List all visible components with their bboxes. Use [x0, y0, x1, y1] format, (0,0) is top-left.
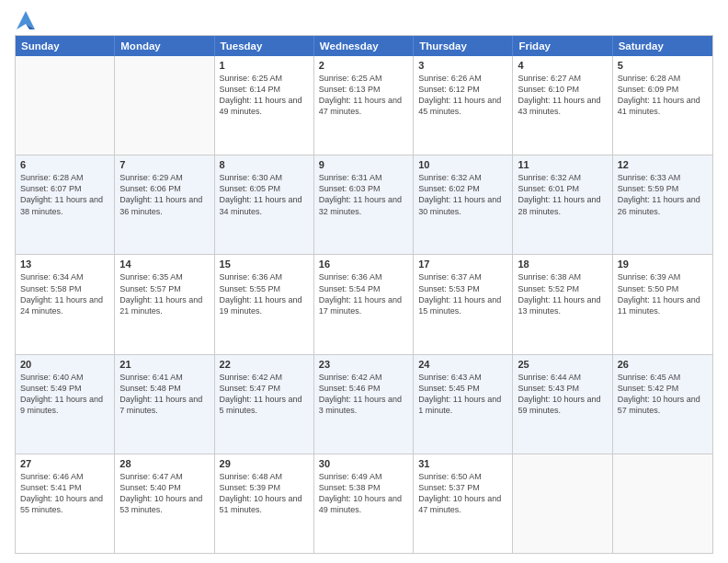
- day-info: Sunrise: 6:36 AM Sunset: 5:54 PM Dayligh…: [319, 271, 408, 316]
- calendar-cell-1-7: 5Sunrise: 6:28 AM Sunset: 6:09 PM Daylig…: [613, 56, 712, 155]
- day-number: 16: [319, 259, 408, 270]
- day-number: 27: [20, 458, 109, 469]
- calendar-cell-5-3: 29Sunrise: 6:48 AM Sunset: 5:39 PM Dayli…: [215, 454, 314, 553]
- day-number: 10: [418, 159, 507, 170]
- calendar-cell-4-2: 21Sunrise: 6:41 AM Sunset: 5:48 PM Dayli…: [115, 355, 214, 454]
- day-number: 5: [618, 60, 708, 71]
- calendar-cell-2-7: 12Sunrise: 6:33 AM Sunset: 5:59 PM Dayli…: [613, 155, 712, 254]
- calendar-cell-1-5: 3Sunrise: 6:26 AM Sunset: 6:12 PM Daylig…: [414, 56, 513, 155]
- calendar-row-4: 20Sunrise: 6:40 AM Sunset: 5:49 PM Dayli…: [16, 354, 712, 454]
- day-number: 7: [119, 159, 209, 170]
- calendar-cell-2-3: 8Sunrise: 6:30 AM Sunset: 6:05 PM Daylig…: [215, 155, 314, 254]
- day-number: 25: [518, 359, 607, 370]
- day-info: Sunrise: 6:32 AM Sunset: 6:02 PM Dayligh…: [418, 172, 507, 217]
- day-number: 18: [518, 259, 607, 270]
- day-number: 6: [20, 159, 109, 170]
- day-number: 23: [319, 359, 408, 370]
- day-number: 13: [20, 259, 109, 270]
- day-number: 20: [20, 359, 109, 370]
- calendar-cell-1-1: [16, 56, 115, 155]
- day-info: Sunrise: 6:42 AM Sunset: 5:47 PM Dayligh…: [220, 372, 309, 417]
- day-info: Sunrise: 6:42 AM Sunset: 5:46 PM Dayligh…: [319, 372, 408, 417]
- calendar-cell-1-6: 4Sunrise: 6:27 AM Sunset: 6:10 PM Daylig…: [513, 56, 612, 155]
- day-number: 4: [518, 60, 607, 71]
- day-number: 11: [518, 159, 607, 170]
- day-info: Sunrise: 6:31 AM Sunset: 6:03 PM Dayligh…: [319, 172, 408, 217]
- day-number: 12: [618, 159, 708, 170]
- calendar-cell-3-5: 17Sunrise: 6:37 AM Sunset: 5:53 PM Dayli…: [414, 255, 513, 353]
- calendar-cell-3-4: 16Sunrise: 6:36 AM Sunset: 5:54 PM Dayli…: [314, 255, 414, 353]
- calendar-cell-4-6: 25Sunrise: 6:44 AM Sunset: 5:43 PM Dayli…: [513, 355, 612, 454]
- day-number: 2: [319, 60, 408, 71]
- calendar-cell-2-1: 6Sunrise: 6:28 AM Sunset: 6:07 PM Daylig…: [16, 155, 115, 254]
- day-info: Sunrise: 6:43 AM Sunset: 5:45 PM Dayligh…: [418, 372, 507, 417]
- calendar-cell-4-4: 23Sunrise: 6:42 AM Sunset: 5:46 PM Dayli…: [314, 355, 414, 454]
- header-day-wednesday: Wednesday: [314, 36, 414, 56]
- day-info: Sunrise: 6:37 AM Sunset: 5:53 PM Dayligh…: [418, 271, 507, 316]
- day-number: 14: [119, 259, 209, 270]
- svg-marker-0: [17, 11, 35, 29]
- day-number: 21: [119, 359, 209, 370]
- day-number: 31: [418, 458, 507, 469]
- calendar-cell-5-5: 31Sunrise: 6:50 AM Sunset: 5:37 PM Dayli…: [414, 454, 513, 553]
- calendar-cell-3-3: 15Sunrise: 6:36 AM Sunset: 5:55 PM Dayli…: [215, 255, 314, 353]
- day-number: 29: [220, 458, 309, 469]
- calendar-cell-2-5: 10Sunrise: 6:32 AM Sunset: 6:02 PM Dayli…: [414, 155, 513, 254]
- day-number: 3: [418, 60, 507, 71]
- calendar-cell-2-2: 7Sunrise: 6:29 AM Sunset: 6:06 PM Daylig…: [115, 155, 214, 254]
- calendar-cell-3-1: 13Sunrise: 6:34 AM Sunset: 5:58 PM Dayli…: [16, 255, 115, 353]
- day-info: Sunrise: 6:39 AM Sunset: 5:50 PM Dayligh…: [618, 271, 708, 316]
- calendar-row-5: 27Sunrise: 6:46 AM Sunset: 5:41 PM Dayli…: [16, 454, 712, 553]
- day-number: 24: [418, 359, 507, 370]
- day-info: Sunrise: 6:28 AM Sunset: 6:07 PM Dayligh…: [20, 172, 109, 217]
- day-info: Sunrise: 6:25 AM Sunset: 6:14 PM Dayligh…: [220, 73, 309, 118]
- day-info: Sunrise: 6:34 AM Sunset: 5:58 PM Dayligh…: [20, 271, 109, 316]
- calendar-row-3: 13Sunrise: 6:34 AM Sunset: 5:58 PM Dayli…: [16, 254, 712, 353]
- calendar-cell-5-4: 30Sunrise: 6:49 AM Sunset: 5:38 PM Dayli…: [314, 454, 414, 553]
- calendar-cell-1-2: [115, 56, 214, 155]
- day-number: 28: [119, 458, 209, 469]
- calendar: SundayMondayTuesdayWednesdayThursdayFrid…: [15, 35, 713, 554]
- day-info: Sunrise: 6:36 AM Sunset: 5:55 PM Dayligh…: [220, 271, 309, 316]
- day-number: 22: [220, 359, 309, 370]
- header: [15, 11, 713, 29]
- header-day-saturday: Saturday: [613, 36, 712, 56]
- day-info: Sunrise: 6:38 AM Sunset: 5:52 PM Dayligh…: [518, 271, 607, 316]
- header-day-friday: Friday: [513, 36, 612, 56]
- day-number: 17: [418, 259, 507, 270]
- calendar-cell-1-4: 2Sunrise: 6:25 AM Sunset: 6:13 PM Daylig…: [314, 56, 414, 155]
- calendar-header: SundayMondayTuesdayWednesdayThursdayFrid…: [16, 36, 712, 56]
- day-info: Sunrise: 6:25 AM Sunset: 6:13 PM Dayligh…: [319, 73, 408, 118]
- day-info: Sunrise: 6:30 AM Sunset: 6:05 PM Dayligh…: [220, 172, 309, 217]
- calendar-body: 1Sunrise: 6:25 AM Sunset: 6:14 PM Daylig…: [16, 56, 712, 553]
- calendar-row-1: 1Sunrise: 6:25 AM Sunset: 6:14 PM Daylig…: [16, 56, 712, 155]
- day-info: Sunrise: 6:28 AM Sunset: 6:09 PM Dayligh…: [618, 73, 708, 118]
- calendar-cell-3-7: 19Sunrise: 6:39 AM Sunset: 5:50 PM Dayli…: [613, 255, 712, 353]
- day-number: 9: [319, 159, 408, 170]
- calendar-cell-1-3: 1Sunrise: 6:25 AM Sunset: 6:14 PM Daylig…: [215, 56, 314, 155]
- day-number: 15: [220, 259, 309, 270]
- day-info: Sunrise: 6:26 AM Sunset: 6:12 PM Dayligh…: [418, 73, 507, 118]
- calendar-cell-4-1: 20Sunrise: 6:40 AM Sunset: 5:49 PM Dayli…: [16, 355, 115, 454]
- calendar-cell-5-7: [613, 454, 712, 553]
- day-info: Sunrise: 6:45 AM Sunset: 5:42 PM Dayligh…: [618, 372, 708, 417]
- logo: [15, 11, 35, 29]
- header-day-thursday: Thursday: [414, 36, 513, 56]
- calendar-cell-3-6: 18Sunrise: 6:38 AM Sunset: 5:52 PM Dayli…: [513, 255, 612, 353]
- day-info: Sunrise: 6:32 AM Sunset: 6:01 PM Dayligh…: [518, 172, 607, 217]
- day-info: Sunrise: 6:48 AM Sunset: 5:39 PM Dayligh…: [220, 471, 309, 516]
- header-day-tuesday: Tuesday: [215, 36, 314, 56]
- day-number: 1: [220, 60, 309, 71]
- calendar-cell-5-1: 27Sunrise: 6:46 AM Sunset: 5:41 PM Dayli…: [16, 454, 115, 553]
- day-info: Sunrise: 6:40 AM Sunset: 5:49 PM Dayligh…: [20, 372, 109, 417]
- day-info: Sunrise: 6:29 AM Sunset: 6:06 PM Dayligh…: [119, 172, 209, 217]
- day-info: Sunrise: 6:50 AM Sunset: 5:37 PM Dayligh…: [418, 471, 507, 516]
- day-info: Sunrise: 6:35 AM Sunset: 5:57 PM Dayligh…: [119, 271, 209, 316]
- day-info: Sunrise: 6:46 AM Sunset: 5:41 PM Dayligh…: [20, 471, 109, 516]
- day-info: Sunrise: 6:41 AM Sunset: 5:48 PM Dayligh…: [119, 372, 209, 417]
- page: SundayMondayTuesdayWednesdayThursdayFrid…: [0, 0, 728, 563]
- calendar-cell-3-2: 14Sunrise: 6:35 AM Sunset: 5:57 PM Dayli…: [115, 255, 214, 353]
- calendar-cell-4-7: 26Sunrise: 6:45 AM Sunset: 5:42 PM Dayli…: [613, 355, 712, 454]
- day-info: Sunrise: 6:49 AM Sunset: 5:38 PM Dayligh…: [319, 471, 408, 516]
- day-number: 26: [618, 359, 708, 370]
